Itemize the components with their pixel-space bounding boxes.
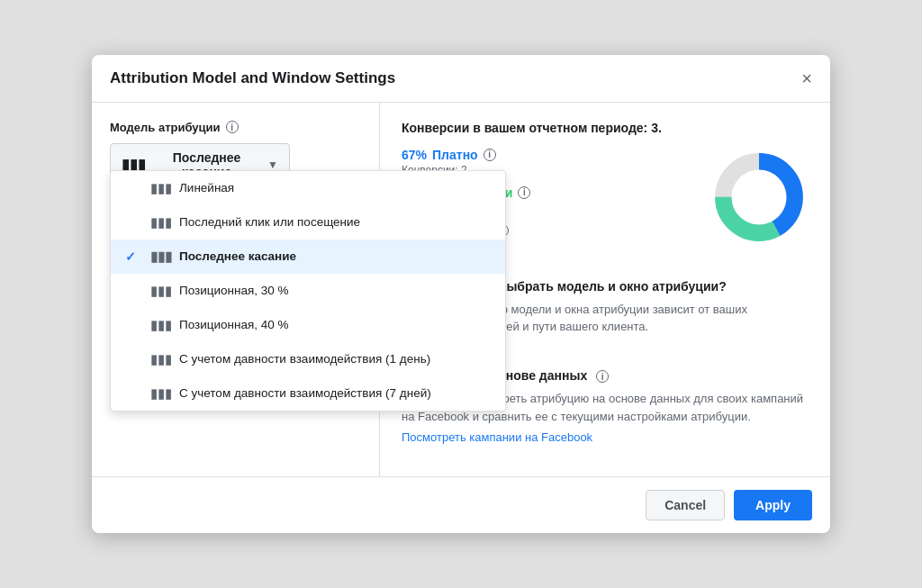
- donut-hole: [733, 171, 785, 223]
- dropdown-item-time-1[interactable]: ▮▮▮ С учетом давности взаимодействия (1 …: [111, 342, 505, 376]
- check-icon-last-touch: ✓: [125, 249, 140, 264]
- dropdown-item-last-click[interactable]: ▮▮▮ Последний клик или посещение: [111, 205, 505, 240]
- dropdown-item-position-40[interactable]: ▮▮▮ Позиционная, 40 %: [111, 308, 505, 342]
- attribution-model-label: Модель атрибуции i: [110, 121, 361, 134]
- conversions-header: Конверсии в вашем отчетном периоде: 3.: [402, 121, 809, 135]
- modal-title: Attribution Model and Window Settings: [110, 69, 395, 87]
- paid-info-icon[interactable]: i: [484, 149, 496, 161]
- donut-chart: [710, 148, 809, 247]
- label-last-touch: Последнее касание: [179, 249, 296, 263]
- icon-last-touch: ▮▮▮: [150, 249, 168, 265]
- label-time1: С учетом давности взаимодействия (1 день…: [179, 352, 430, 366]
- icon-linear: ▮▮▮: [150, 180, 168, 196]
- attribution-model-info-icon[interactable]: i: [226, 121, 239, 133]
- organic-info-icon[interactable]: i: [518, 186, 530, 199]
- icon-time1: ▮▮▮: [150, 351, 168, 367]
- label-linear: Линейная: [179, 181, 234, 194]
- paid-label: Платно: [432, 148, 478, 162]
- data-section-info-icon[interactable]: i: [596, 370, 609, 383]
- icon-time7: ▮▮▮: [150, 385, 168, 402]
- icon-pos30: ▮▮▮: [150, 283, 168, 299]
- apply-button[interactable]: Apply: [734, 490, 812, 520]
- modal-header: Attribution Model and Window Settings ×: [92, 55, 830, 103]
- label-pos30: Позиционная, 30 %: [179, 284, 289, 297]
- dropdown-item-time-7[interactable]: ▮▮▮ С учетом давности взаимодействия (7 …: [111, 376, 505, 411]
- icon-last-click: ▮▮▮: [150, 214, 168, 231]
- model-dropdown-menu: ▮▮▮ Линейная ▮▮▮ Последний клик или посе…: [110, 170, 506, 412]
- data-link[interactable]: Посмотреть кампании на Facebook: [402, 430, 809, 444]
- left-panel: Модель атрибуции i ▮▮▮ Последнее касание…: [92, 103, 380, 477]
- cancel-button[interactable]: Cancel: [646, 490, 725, 520]
- dropdown-item-position-30[interactable]: ▮▮▮ Позиционная, 30 %: [111, 274, 505, 308]
- modal-body: Модель атрибуции i ▮▮▮ Последнее касание…: [92, 103, 830, 477]
- legend-paid-title: 67% Платно i: [402, 148, 695, 162]
- close-button[interactable]: ×: [801, 69, 812, 87]
- modal-container: Attribution Model and Window Settings × …: [92, 55, 830, 534]
- dropdown-arrow-icon: ▼: [267, 158, 278, 171]
- label-pos40: Позиционная, 40 %: [179, 318, 289, 331]
- dropdown-item-last-touch[interactable]: ✓ ▮▮▮ Последнее касание: [111, 240, 505, 274]
- modal-footer: Cancel Apply: [92, 476, 830, 533]
- label-last-click: Последний клик или посещение: [179, 215, 360, 229]
- paid-percent: 67%: [402, 148, 427, 162]
- donut-svg: [710, 148, 809, 247]
- icon-pos40: ▮▮▮: [150, 317, 168, 333]
- label-time7: С учетом давности взаимодействия (7 дней…: [179, 386, 431, 400]
- dropdown-item-linear[interactable]: ▮▮▮ Линейная: [111, 171, 505, 205]
